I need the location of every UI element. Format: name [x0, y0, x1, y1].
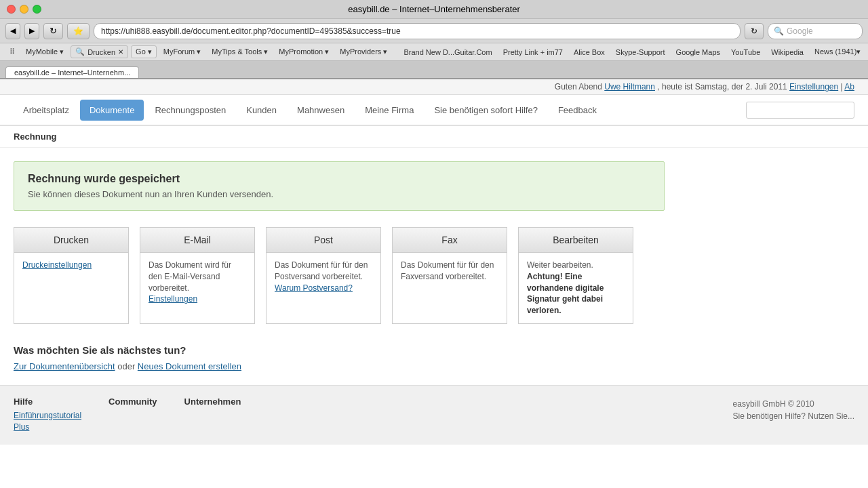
fax-button[interactable]: Fax: [393, 228, 507, 253]
url-bar[interactable]: https://uhi888.easybill.de/document.edit…: [94, 23, 741, 39]
close-button[interactable]: [7, 5, 16, 14]
footer-col-community: Community: [108, 396, 157, 434]
window-controls: [7, 5, 41, 14]
refresh-button[interactable]: ↻: [745, 23, 764, 39]
email-button[interactable]: E-Mail: [140, 228, 254, 253]
nav-search-input[interactable]: [746, 102, 854, 119]
bookmark-myforum[interactable]: MyForum ▾: [159, 46, 205, 58]
breadcrumb: Rechnung: [0, 126, 868, 148]
browser-chrome: easybill.de – Internet–Unternehmensberat…: [0, 0, 868, 79]
success-title: Rechnung wurde gespeichert: [28, 173, 650, 185]
bookmark-news[interactable]: News (1941)▾: [810, 46, 865, 58]
druckeinstellungen-link[interactable]: Druckeinstellungen: [22, 260, 92, 270]
success-subtitle: Sie können dieses Dokument nun an Ihren …: [28, 189, 650, 199]
nav-kunden[interactable]: Kunden: [237, 100, 286, 121]
bookmark-prettylink[interactable]: Pretty Link + im77: [499, 47, 567, 58]
settings-link[interactable]: Einstellungen: [789, 82, 838, 92]
email-desc: Das Dokument wird für den E-Mail-Versand…: [140, 253, 254, 312]
greeting-text: Guten Abend: [555, 82, 602, 92]
bookmark-drucken[interactable]: 🔍 Drucken ✕: [71, 45, 128, 58]
success-notification: Rechnung wurde gespeichert Sie können di…: [14, 161, 665, 211]
action-card-bearbeiten: Bearbeiten Weiter bearbeiten. Achtung! E…: [518, 227, 633, 324]
bookmark-wikipedia[interactable]: Wikipedia: [767, 47, 808, 58]
next-steps-title: Was möchten Sie als nächstes tun?: [14, 344, 665, 356]
nav-dokumente[interactable]: Dokumente: [80, 100, 144, 121]
browser-search[interactable]: 🔍 Google: [768, 23, 863, 39]
back-button[interactable]: ◀: [5, 23, 20, 39]
window-title: easybill.de – Internet–Unternehmensberat…: [348, 4, 520, 14]
nav-arbeitsplatz[interactable]: Arbeitsplatz: [14, 100, 79, 121]
main-nav: Arbeitsplatz Dokumente Rechnungsposten K…: [0, 95, 868, 126]
nav-feedback[interactable]: Feedback: [549, 100, 606, 121]
url-text: https://uhi888.easybill.de/document.edit…: [101, 26, 401, 36]
fax-desc-text: Das Dokument für für den Faxversand vorb…: [401, 260, 494, 281]
bearbeiten-warning: Achtung! Eine vorhandene digitale Signat…: [527, 272, 604, 315]
bookmark-mypromotion[interactable]: MyPromotion ▾: [275, 46, 333, 58]
footer-hilfe-link2[interactable]: Plus: [14, 422, 81, 432]
nav-rechnungsposten[interactable]: Rechnungsposten: [145, 100, 235, 121]
bearbeiten-desc-text: Weiter bearbeiten.: [527, 260, 593, 270]
title-bar: easybill.de – Internet–Unternehmensberat…: [0, 0, 868, 19]
ab-link[interactable]: Ab: [844, 82, 854, 92]
footer-copyright: easybill GmbH © 2010 Sie benötigen Hilfe…: [733, 396, 854, 421]
bookmark-googlemaps[interactable]: Google Maps: [672, 47, 724, 58]
bookmark-alicebox[interactable]: Alice Box: [570, 47, 609, 58]
bookmark-skype[interactable]: Skype-Support: [612, 47, 669, 58]
bookmarks-bar: ⠿ MyMobile ▾ 🔍 Drucken ✕ Go ▾ MyForum ▾ …: [0, 43, 868, 61]
copyright-text: easybill GmbH © 2010: [733, 399, 854, 409]
footer-hilfe-heading: Hilfe: [14, 396, 81, 407]
next-steps-section: Was möchten Sie als nächstes tun? Zur Do…: [14, 344, 665, 371]
search-icon-bm: 🔍: [75, 47, 85, 56]
nav-hilfe[interactable]: Sie benötigen sofort Hilfe?: [425, 100, 547, 121]
footer-community-heading: Community: [108, 396, 157, 407]
active-tab[interactable]: easybill.de – Internet–Unternehm...: [5, 66, 139, 78]
bookmark-button[interactable]: ⭐: [67, 23, 90, 39]
bearbeiten-button[interactable]: Bearbeiten: [519, 228, 633, 253]
clear-icon[interactable]: ✕: [118, 48, 123, 56]
post-button[interactable]: Post: [267, 228, 380, 253]
footer: Hilfe Einführungstutorial Plus Community…: [0, 385, 868, 445]
fax-desc: Das Dokument für für den Faxversand vorb…: [393, 253, 507, 289]
forward-button[interactable]: ▶: [24, 23, 39, 39]
bookmark-mytips[interactable]: MyTips & Tools ▾: [208, 46, 272, 58]
drucken-desc: Druckeinstellungen: [14, 253, 128, 278]
maximize-button[interactable]: [33, 5, 41, 14]
post-desc-text: Das Dokument für für den Postversand vor…: [275, 260, 368, 281]
reload-button[interactable]: ↻: [43, 23, 63, 39]
nav-bar: ◀ ▶ ↻ ⭐ https://uhi888.easybill.de/docum…: [0, 19, 868, 43]
bookmark-youtube[interactable]: YouTube: [727, 47, 764, 58]
bookmark-mymobile-icon[interactable]: ⠿: [5, 46, 19, 58]
email-desc-text: Das Dokument wird für den E-Mail-Versand…: [149, 260, 231, 293]
search-placeholder: Google: [787, 26, 813, 36]
drucken-button[interactable]: Drucken: [14, 228, 128, 253]
nav-meinefirma[interactable]: Meine Firma: [355, 100, 423, 121]
nav-mahnwesen[interactable]: Mahnwesen: [288, 100, 354, 121]
bookmark-myproviders[interactable]: MyProviders ▾: [336, 46, 391, 58]
tab-bar: easybill.de – Internet–Unternehm...: [0, 61, 868, 79]
action-card-email: E-Mail Das Dokument wird für den E-Mail-…: [140, 227, 255, 324]
search-icon: 🔍: [774, 26, 784, 36]
bookmark-go[interactable]: Go ▾: [131, 45, 157, 58]
bookmark-guitar[interactable]: Brand New D...Guitar.Com: [399, 47, 496, 58]
action-card-fax: Fax Das Dokument für für den Faxversand …: [392, 227, 507, 324]
action-card-drucken: Drucken Druckeinstellungen: [14, 227, 129, 324]
page-content: Guten Abend Uwe Hiltmann , heute ist Sam…: [0, 79, 868, 488]
next-steps-links: Zur Dokumentenübersicht oder Neues Dokum…: [14, 361, 665, 371]
main-content: Rechnung wurde gespeichert Sie können di…: [0, 148, 678, 385]
footer-unternehmen-heading: Unternehmen: [184, 396, 241, 407]
footer-col-unternehmen: Unternehmen: [184, 396, 241, 434]
footer-bottom-text: Sie benötigen Hilfe? Nutzen Sie...: [733, 411, 854, 421]
minimize-button[interactable]: [20, 5, 28, 14]
action-card-post: Post Das Dokument für für den Postversan…: [266, 227, 381, 324]
dokumentenuebersicht-link[interactable]: Zur Dokumentenübersicht: [14, 361, 115, 371]
email-settings-link[interactable]: Einstellungen: [149, 294, 197, 304]
bookmark-mymobile[interactable]: MyMobile ▾: [22, 46, 68, 58]
date-text: , heute ist Samstag, der 2. Juli 2011: [657, 82, 787, 92]
action-grid: Drucken Druckeinstellungen E-Mail Das Do…: [14, 227, 665, 324]
post-warum-link[interactable]: Warum Postversand?: [275, 283, 353, 293]
neues-dokument-link[interactable]: Neues Dokument erstellen: [138, 361, 241, 371]
footer-hilfe-link1[interactable]: Einführungstutorial: [14, 411, 81, 420]
next-separator: oder: [117, 361, 138, 371]
footer-col-hilfe: Hilfe Einführungstutorial Plus: [14, 396, 81, 434]
user-link[interactable]: Uwe Hiltmann: [604, 82, 655, 92]
